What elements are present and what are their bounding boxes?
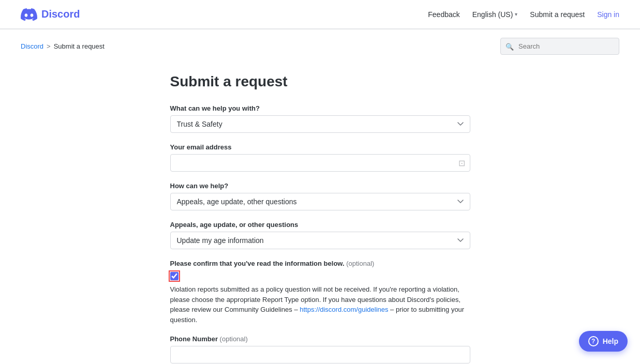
header-left: Discord [21, 8, 80, 21]
phone-label: Phone Number (optional) [170, 335, 470, 343]
nav-submit-request[interactable]: Submit a request [530, 10, 585, 19]
chevron-down-icon: ▾ [515, 11, 517, 17]
nav-sign-in[interactable]: Sign in [597, 10, 619, 19]
email-input-wrapper: ⊡ [170, 154, 470, 172]
search-container: 🔍 [500, 38, 619, 55]
form-group-sub-category: Appeals, age update, or other questions … [170, 221, 470, 249]
info-text: Violation reports submitted as a policy … [170, 284, 470, 325]
confirm-checkbox[interactable] [170, 272, 178, 280]
breadcrumb-home[interactable]: Discord [21, 42, 43, 50]
help-type-label: What can we help you with? [170, 104, 470, 112]
email-label: Your email address [170, 143, 470, 151]
guidelines-link[interactable]: https://discord.com/guidelines [300, 306, 388, 313]
breadcrumb: Discord > Submit a request [21, 42, 105, 50]
help-type-select[interactable]: Trust & Safety Billing Technical [170, 115, 470, 133]
search-input[interactable] [500, 38, 619, 55]
sub-category-select[interactable]: Update my age information Submit an appe… [170, 232, 470, 249]
email-input[interactable] [170, 154, 470, 172]
help-button[interactable]: ? Help [579, 331, 628, 352]
breadcrumb-bar: Discord > Submit a request 🔍 [0, 29, 640, 63]
checkbox-wrapper [170, 271, 470, 280]
discord-brand-name: Discord [41, 8, 80, 20]
page-title: Submit a request [170, 73, 470, 90]
form-group-help-type: What can we help you with? Trust & Safet… [170, 104, 470, 133]
autofill-icon: ⊡ [458, 158, 465, 168]
discord-logo[interactable]: Discord [21, 8, 80, 21]
sub-category-label: Appeals, age update, or other questions [170, 221, 470, 229]
breadcrumb-separator: > [47, 42, 51, 50]
header: Discord Feedback English (US) ▾ Submit a… [0, 0, 640, 29]
how-help-label: How can we help? [170, 182, 470, 190]
header-nav: Feedback English (US) ▾ Submit a request… [428, 10, 619, 19]
form-group-how-help: How can we help? Appeals, age update, ot… [170, 182, 470, 210]
breadcrumb-current: Submit a request [54, 42, 105, 50]
main-content: Submit a request What can we help you wi… [150, 63, 491, 364]
nav-language[interactable]: English (US) ▾ [472, 10, 518, 19]
help-circle-icon: ? [588, 336, 599, 346]
form-group-confirm: Please confirm that you've read the info… [170, 260, 470, 325]
nav-feedback[interactable]: Feedback [428, 10, 459, 19]
form-group-email: Your email address ⊡ [170, 143, 470, 172]
search-icon: 🔍 [505, 42, 514, 50]
form-group-phone: Phone Number (optional) Registered using… [170, 335, 470, 364]
discord-logo-icon [21, 8, 37, 21]
phone-input[interactable] [170, 346, 470, 363]
how-help-select[interactable]: Appeals, age update, other questions Rep… [170, 193, 470, 210]
help-button-label: Help [603, 337, 618, 345]
confirm-label: Please confirm that you've read the info… [170, 260, 470, 267]
